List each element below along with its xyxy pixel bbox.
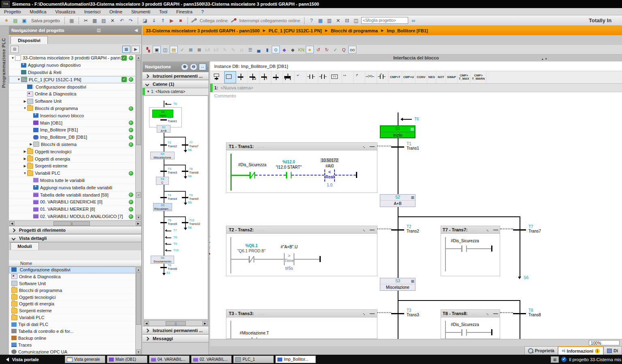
tree-item-inserisci-nuovo-blocco[interactable]: Inserisci nuovo blocco xyxy=(9,112,136,119)
simultaneous-branch-tool-icon[interactable] xyxy=(283,71,295,83)
step-s2[interactable]: S2▦ A+B xyxy=(380,194,415,207)
stop-cpu-icon[interactable]: ■ xyxy=(177,17,185,25)
tree-item-01-variabili-merker-8[interactable]: 01. VARIABILI MERKER [8] xyxy=(9,206,136,213)
tree-item-oggetti-di-energia[interactable]: ▶Oggetti di energia xyxy=(9,155,136,163)
monitor-toggle-icon[interactable]: oo xyxy=(348,46,356,53)
menu-tool[interactable]: Tool xyxy=(159,9,167,14)
conv-tool[interactable]: CONV xyxy=(415,71,427,83)
tree-item-software-unit[interactable]: ▶Software Unit xyxy=(9,98,136,105)
cut-icon[interactable]: ✂ xyxy=(82,17,90,25)
module-item-online-diagnostica[interactable]: Online & Diagnostica xyxy=(9,273,136,280)
no-contact[interactable] xyxy=(461,329,467,336)
go-to-previous-error-icon[interactable]: ↺ xyxy=(314,46,322,53)
step-properties-icon[interactable]: ▤ xyxy=(410,126,414,132)
menu-online[interactable]: Online xyxy=(109,9,122,14)
collapse-network-icon[interactable]: — xyxy=(370,227,375,233)
validate-block-icon[interactable]: ✓ xyxy=(178,46,186,53)
nc-contact[interactable] xyxy=(249,256,254,262)
step-and-transition-tool-icon[interactable] xyxy=(213,71,224,83)
expander-icon[interactable]: ▼ xyxy=(23,171,27,175)
open-instance-db-icon[interactable]: ◆ xyxy=(280,46,288,53)
tree-item-imp-bollitore-fb1[interactable]: Imp_Bollitore [FB1] xyxy=(9,127,136,134)
absolute-operands-view-icon[interactable]: ☰ xyxy=(246,46,254,53)
compare-reference[interactable]: t#5s xyxy=(273,266,305,271)
new-project-icon[interactable]: ✷ xyxy=(2,17,11,25)
transition-t8[interactable] xyxy=(513,313,526,314)
breadcrumb-item-2[interactable]: Blocchi di programma xyxy=(331,28,378,33)
save-project-icon[interactable]: ▣ xyxy=(20,17,28,25)
module-item-sorgenti-esterne[interactable]: Sorgenti esterne xyxy=(9,307,136,314)
contact-tag[interactable]: "Q6.1 PROD.B" xyxy=(231,249,272,253)
overview-transition-t8[interactable] xyxy=(182,171,188,172)
single-step-view-icon[interactable]: ▣ xyxy=(153,46,161,53)
compare-reference[interactable]: 1.0 xyxy=(313,183,346,187)
compare-contact[interactable]: < Real xyxy=(324,169,335,182)
tree-item-mostra-tutte-le-variabili[interactable]: Mostra tutte le variabili xyxy=(9,177,136,184)
network-t3[interactable]: T3 - Trans3: ..... ↔ — #Miscelazione.T xyxy=(226,309,377,339)
menu-finestra[interactable]: Finestra xyxy=(176,9,192,14)
disconnect-online-button[interactable]: Interrompi collegamento online xyxy=(238,18,301,23)
overview-step-s6[interactable]: S6Svuotamento xyxy=(151,256,174,264)
step-s3[interactable]: S3▦ Miscelazione xyxy=(380,278,415,291)
no-contact[interactable] xyxy=(461,245,467,252)
hold-network-icon[interactable]: ⊔ xyxy=(238,46,246,53)
cmp-u-tool[interactable]: CMP>U xyxy=(402,71,415,83)
split-editor-horizontal-icon[interactable]: ▄ xyxy=(255,46,263,53)
renumber-network-icon[interactable]: kX xyxy=(212,46,220,53)
disconnect-online-icon[interactable] xyxy=(230,17,237,23)
minimap-hscrollbar[interactable]: ◀ ||| ▶ xyxy=(143,320,208,326)
tree-item-33-cisterna-miscelatore-3-prodotti-graph-pann1[interactable]: ▼33-Cisterna miscelatore 3 prodotti GRAP… xyxy=(9,55,136,62)
tree-item-variabili-plc[interactable]: ▼Variabili PLC xyxy=(9,170,136,177)
taskbar-button-main-ob1[interactable]: Main (OB1) xyxy=(107,356,147,363)
edit-comment-icon[interactable]: ✎ xyxy=(221,46,229,53)
tree-item-blocchi-di-sistema[interactable]: ▶Blocchi di sistema xyxy=(9,141,136,148)
step-actions-icon[interactable]: ▦ xyxy=(411,195,414,200)
tree-scrollbar[interactable]: ▲ ≡ ▼ xyxy=(135,55,141,220)
module-item-comunicazione-opc-ua[interactable]: Comunicazione OPC UA xyxy=(9,349,136,355)
collapse-panel-icon[interactable]: ◀ xyxy=(133,28,139,32)
cmp-t-warn-tool[interactable]: CMP> T_WARN xyxy=(471,71,486,83)
module-item-traces[interactable]: Traces xyxy=(9,342,136,349)
menu-help[interactable]: ? xyxy=(201,9,204,14)
column-header-nome[interactable]: Nome xyxy=(9,260,141,267)
upload-from-device-icon[interactable]: ⇑ xyxy=(159,17,167,25)
plc-programming-strip-label[interactable]: Programmazione PLC xyxy=(1,38,6,88)
open-branch-tool-icon[interactable]: ↦ xyxy=(342,71,354,83)
details-view-icon[interactable]: ▦ xyxy=(122,46,130,53)
consistency-check-icon[interactable]: ✓ xyxy=(331,46,339,53)
delete-icon[interactable]: ✕ xyxy=(109,17,117,25)
zoom-in-icon[interactable]: ⊕ xyxy=(181,63,188,70)
lad-view-icon[interactable]: ◫ xyxy=(161,46,169,53)
tree-item-oggetti-tecnologici[interactable]: ▶Oggetti tecnologici xyxy=(9,148,136,155)
taskbar-button-04-variabil[interactable]: 04. VARIABIL... xyxy=(149,356,190,363)
tree-item-aggiungi-nuova-tabella-delle-variabili[interactable]: Aggiungi nuova tabella delle variabili xyxy=(9,184,136,191)
collapse-network-icon[interactable]: — xyxy=(493,311,498,316)
network-t8[interactable]: T8 - Trans8: ... ↔ — #Dis_Sicurezza xyxy=(441,309,500,339)
breadcrumb-item-1[interactable]: PLC_1 [CPU 1512C-1 PN] xyxy=(268,28,322,33)
zoom-out-icon[interactable]: ⊖ xyxy=(190,63,197,70)
connect-online-icon[interactable] xyxy=(191,17,197,23)
tree-item-00-variabili-generiche-0[interactable]: 00. VARIABILI GENERICHE [0] xyxy=(9,199,136,206)
section-progetti-riferimento[interactable]: Progetti di riferimento xyxy=(9,226,141,234)
transition-double-tool-icon[interactable]: ·· xyxy=(271,71,283,83)
expander-icon[interactable]: ▶ xyxy=(29,142,33,146)
overview-transition-t6[interactable] xyxy=(160,267,167,268)
module-item-oggetti-tecnologici[interactable]: Oggetti tecnologici xyxy=(9,294,136,301)
network-t7[interactable]: T7 - Trans7: ... ↔ — #Dis_Sicurezza xyxy=(441,226,500,276)
network-t2[interactable]: T2 - Trans2: ..... ↔ — %Q6.1 "Q6.1 PROD.… xyxy=(226,226,377,276)
module-item-variabili-plc[interactable]: Variabili PLC xyxy=(9,314,136,321)
close-sequence-tool-icon[interactable]: ↵ xyxy=(295,71,307,83)
tree-item-dispositivi-reti[interactable]: Dispositivi & Reti xyxy=(9,69,136,76)
taskbar-button-plc-1[interactable]: PLC_1 xyxy=(233,356,274,363)
breadcrumb-item-0[interactable]: 33-Cisterna miscelatore 3 prodotti GRAPH… xyxy=(146,28,260,33)
module-item-backup-online[interactable]: Backup online xyxy=(9,335,136,342)
tree-item-main-ob1[interactable]: Main [OB1] xyxy=(9,119,136,127)
find-operand-icon[interactable]: Q xyxy=(340,46,348,53)
project-search-input[interactable] xyxy=(361,17,408,24)
chain-item[interactable]: ▼ 1: <Nuova catena> xyxy=(143,88,209,95)
contact-operand[interactable]: #Miscelazione.T xyxy=(232,331,277,335)
accessible-devices-icon[interactable]: ? xyxy=(307,17,315,25)
print-icon[interactable]: ▦ xyxy=(68,17,76,25)
tree-item-02-variabili-modulo-analogico-7[interactable]: 02. VARIABILI MODULO ANALOGICO [7] xyxy=(9,213,136,220)
contact-operand[interactable]: #Dis_Sicurezza xyxy=(445,239,485,243)
